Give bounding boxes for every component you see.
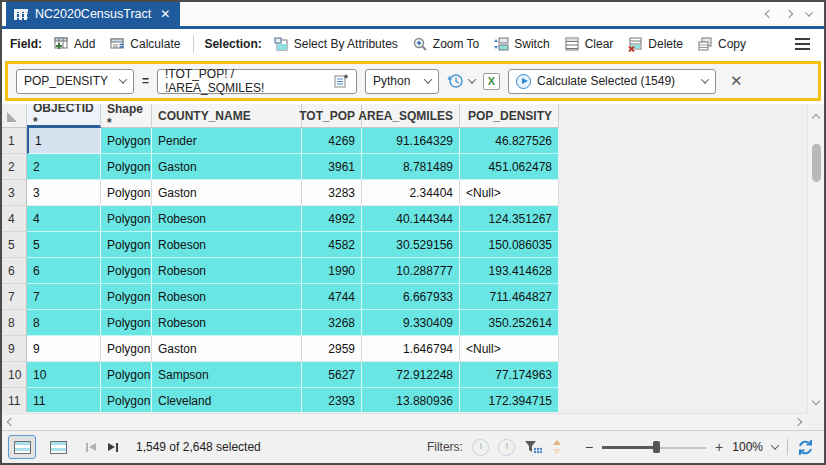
row-number[interactable]: 6	[2, 258, 27, 284]
tab-close-icon[interactable]: ✕	[160, 7, 170, 21]
cell[interactable]: Polygon	[101, 284, 152, 310]
column-header[interactable]: Shape *	[101, 104, 152, 128]
cell[interactable]: 40.144344	[362, 206, 460, 232]
zoom-to-button[interactable]: Zoom To	[407, 33, 484, 55]
vertical-scrollbar[interactable]	[807, 104, 824, 413]
cell[interactable]: Polygon	[101, 310, 152, 336]
cell[interactable]: Robeson	[152, 206, 302, 232]
cell[interactable]: 2.34404	[362, 180, 460, 206]
cell[interactable]: 1	[27, 128, 101, 154]
calculate-field-button[interactable]: Calculate	[104, 33, 185, 55]
zoom-level-value[interactable]: 100%	[732, 440, 763, 454]
sort-icon[interactable]	[551, 439, 563, 455]
cell[interactable]: Gaston	[152, 336, 302, 362]
zoom-slider-thumb[interactable]	[653, 441, 660, 453]
cell[interactable]: 1990	[302, 258, 362, 284]
row-number[interactable]: 7	[2, 284, 27, 310]
cell[interactable]: Robeson	[152, 284, 302, 310]
cell[interactable]: 91.164329	[362, 128, 460, 154]
scroll-left-icon[interactable]	[7, 418, 15, 426]
cell[interactable]: 711.464827	[460, 284, 559, 310]
cell[interactable]: 3961	[302, 154, 362, 180]
refresh-icon[interactable]	[797, 439, 814, 456]
cell[interactable]: 451.062478	[460, 154, 559, 180]
switch-selection-button[interactable]: Switch	[488, 33, 554, 55]
cell[interactable]: 4269	[302, 128, 362, 154]
cell[interactable]: 5	[27, 232, 101, 258]
cell[interactable]: Polygon	[101, 154, 152, 180]
delete-selection-button[interactable]: Delete	[622, 33, 688, 55]
cell[interactable]: Cleveland	[152, 388, 302, 412]
cell[interactable]: Polygon	[101, 388, 152, 412]
column-header[interactable]: TOT_POP	[302, 104, 362, 128]
cell[interactable]: Polygon	[101, 180, 152, 206]
expression-input[interactable]: !TOT_POP! / !AREA_SQMILES!	[157, 69, 357, 94]
cell[interactable]: 11	[27, 388, 101, 412]
cell[interactable]: <Null>	[460, 336, 559, 362]
row-number[interactable]: 11	[2, 388, 27, 412]
scroll-right-icon[interactable]	[794, 418, 802, 426]
column-header[interactable]: COUNTY_NAME	[152, 104, 302, 128]
cell[interactable]: 4992	[302, 206, 362, 232]
cell[interactable]: <Null>	[460, 180, 559, 206]
row-number[interactable]: 4	[2, 206, 27, 232]
cell[interactable]: 6.667933	[362, 284, 460, 310]
column-header[interactable]: OBJECTID *	[27, 104, 101, 128]
cell[interactable]: 5627	[302, 362, 362, 388]
tab-list-icon[interactable]	[805, 8, 813, 16]
scroll-up-icon[interactable]	[813, 104, 819, 130]
cell[interactable]: Robeson	[152, 258, 302, 284]
clear-selection-button[interactable]: Clear	[559, 33, 619, 55]
cell[interactable]: 1.646794	[362, 336, 460, 362]
cell[interactable]: Pender	[152, 128, 302, 154]
cell[interactable]: Polygon	[101, 258, 152, 284]
toolbar-menu-icon[interactable]	[789, 34, 816, 55]
last-record-icon[interactable]	[108, 443, 118, 452]
cell[interactable]: 150.086035	[460, 232, 559, 258]
cell[interactable]: 9.330409	[362, 310, 460, 336]
tab-scroll-right-icon[interactable]	[785, 10, 793, 18]
row-number[interactable]: 2	[2, 154, 27, 180]
column-header[interactable]: AREA_SQMILES	[362, 104, 460, 128]
zoom-out-icon[interactable]: −	[585, 439, 593, 455]
row-number[interactable]: 9	[2, 336, 27, 362]
cell[interactable]: 172.394715	[460, 388, 559, 412]
close-calc-bar-icon[interactable]: ✕	[726, 72, 747, 90]
cell[interactable]: Polygon	[101, 128, 152, 154]
first-record-icon[interactable]	[86, 443, 96, 452]
cell[interactable]: 8	[27, 310, 101, 336]
cell[interactable]: 3283	[302, 180, 362, 206]
copy-selection-button[interactable]: Copy	[692, 33, 751, 55]
row-number[interactable]: 5	[2, 232, 27, 258]
cell[interactable]: 2	[27, 154, 101, 180]
cell[interactable]: 72.912248	[362, 362, 460, 388]
cell[interactable]: 30.529156	[362, 232, 460, 258]
calculate-selected-button[interactable]: Calculate Selected (1549)	[508, 69, 716, 94]
validate-expression-icon[interactable]: X	[483, 73, 500, 90]
cell[interactable]: 77.174963	[460, 362, 559, 388]
cell[interactable]: 10	[27, 362, 101, 388]
cell[interactable]: Polygon	[101, 336, 152, 362]
time-filter-icon[interactable]	[472, 439, 489, 456]
cell[interactable]: 3	[27, 180, 101, 206]
cell[interactable]: Robeson	[152, 232, 302, 258]
selected-records-view-button[interactable]	[44, 435, 72, 459]
cell[interactable]: 8.781489	[362, 154, 460, 180]
row-number[interactable]: 3	[2, 180, 27, 206]
cell[interactable]: 13.880936	[362, 388, 460, 412]
cell[interactable]: 7	[27, 284, 101, 310]
target-field-dropdown[interactable]: POP_DENSITY	[16, 69, 134, 94]
row-number[interactable]: 10	[2, 362, 27, 388]
cell[interactable]: 2393	[302, 388, 362, 412]
cell[interactable]: 193.414628	[460, 258, 559, 284]
zoom-in-icon[interactable]: +	[715, 439, 723, 455]
attribute-filter-icon[interactable]	[524, 439, 542, 455]
cell[interactable]: Polygon	[101, 206, 152, 232]
horizontal-scrollbar[interactable]	[2, 413, 807, 430]
cell[interactable]: Gaston	[152, 180, 302, 206]
column-header[interactable]: POP_DENSITY	[460, 104, 559, 128]
cell[interactable]: Gaston	[152, 154, 302, 180]
cell[interactable]: Robeson	[152, 310, 302, 336]
cell[interactable]: 9	[27, 336, 101, 362]
tab-nc2020censustract[interactable]: NC2020CensusTract ✕	[6, 2, 180, 26]
